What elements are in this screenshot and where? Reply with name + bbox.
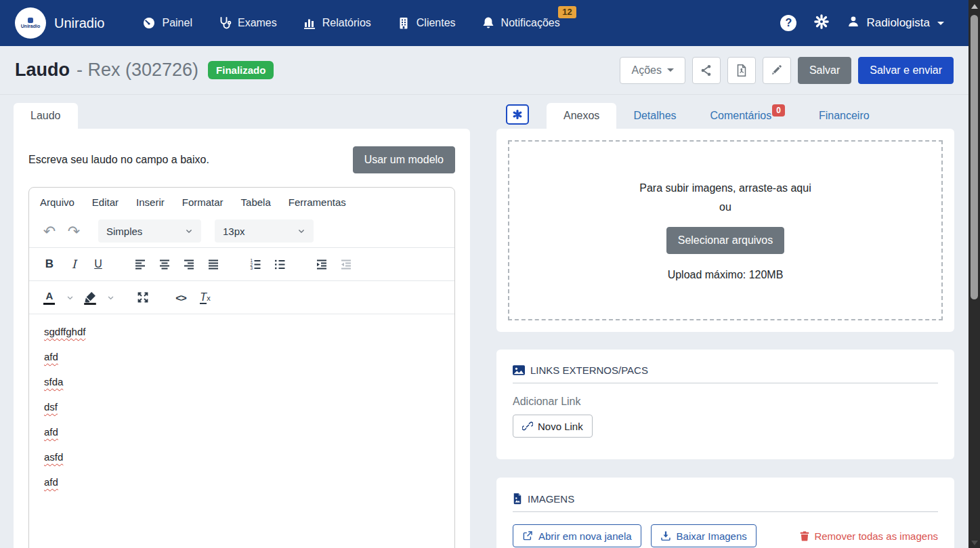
style-select-value: Simples [106,226,142,237]
ordered-list-button[interactable]: 123 [243,252,268,276]
underline-button[interactable]: U [86,252,110,276]
editor-toolbar-row3: A [29,280,454,314]
paragraph-style-select[interactable]: Simples [98,219,201,243]
ordered-list-icon: 123 [249,257,262,271]
share-button[interactable] [692,57,721,84]
chevron-down-icon [937,22,944,25]
tab-comentarios[interactable]: Comentários0 [694,103,802,129]
editor-line: afd [44,351,58,362]
editor-line: sgdffghdf [44,326,85,337]
justify-button[interactable] [201,252,226,276]
help-icon[interactable]: ? [780,15,796,31]
chevron-down-icon [667,68,674,72]
align-left-button[interactable] [128,252,152,276]
new-link-button[interactable]: Novo Link [513,415,593,438]
open-new-window-button[interactable]: Abrir em nova janela [513,524,641,547]
vertical-scrollbar[interactable] [968,0,980,548]
outdent-button[interactable] [334,252,358,276]
nav-item-label: Relatórios [322,17,371,29]
align-center-button[interactable] [152,252,177,276]
editor-menubar: Arquivo Editar Inserir Formatar Tabela F… [29,188,454,215]
pdf-button[interactable] [727,57,756,84]
left-tab-strip: Laudo [14,100,470,129]
scrollbar-up-arrow[interactable] [971,4,978,9]
editor-line: afd [44,476,58,488]
undo-button[interactable]: ↶ [37,219,62,243]
font-size-select[interactable]: 13px [215,219,314,243]
highlight-color-button[interactable] [78,285,102,310]
save-and-send-button[interactable]: Salvar e enviar [858,57,954,84]
brand[interactable]: Uniradio Uniradio [15,7,104,39]
editor-line: asfd [44,451,63,463]
editor-toolbar-row1: ↶ ↷ Simples 13px [29,215,454,247]
links-section-title: LINKS EXTERNOS/PACS [513,364,938,383]
highlight-color-dropdown[interactable] [102,285,119,310]
tab-financeiro[interactable]: Financeiro [802,103,887,129]
editor-content-area[interactable]: sgdffghdf afd sfda dsf afd asfd afd [29,314,454,513]
stethoscope-icon [218,16,232,30]
add-link-label: Adicionar Link [513,396,938,408]
tab-anexos[interactable]: Anexos [547,103,616,129]
menu-arquivo[interactable]: Arquivo [40,196,74,208]
logo-mark [28,18,33,23]
upload-max-hint: Upload máximo: 120MB [668,269,784,281]
bullet-list-button[interactable] [268,252,292,276]
text-color-dropdown[interactable] [62,285,78,310]
link-icon [522,421,533,431]
dropzone-text: Para subir imagens, arraste-as aqui [639,182,811,194]
upload-dropzone[interactable]: Para subir imagens, arraste-as aqui ou S… [508,140,943,320]
tab-comentarios-label: Comentários [710,110,772,121]
redo-icon: ↷ [68,223,80,240]
viewer-button[interactable] [506,104,529,125]
nav-item-label: Painel [162,17,192,29]
tab-laudo[interactable]: Laudo [14,103,78,129]
select-files-button[interactable]: Selecionar arquivos [666,227,785,254]
acoes-dropdown-button[interactable]: Ações [620,57,685,84]
menu-ferramentas[interactable]: Ferramentas [289,196,346,208]
fullscreen-button[interactable] [131,285,155,310]
save-button[interactable]: Salvar [798,57,851,84]
nav-item-clientes[interactable]: Clientes [397,16,456,30]
use-template-button[interactable]: Usar um modelo [353,146,455,173]
download-icon [660,530,671,541]
remove-all-images-button[interactable]: Remover todas as imagens [800,530,938,542]
edit-button[interactable] [763,57,791,84]
building-icon [397,16,410,30]
align-right-button[interactable] [177,252,201,276]
nav-item-painel[interactable]: Painel [142,16,192,30]
indent-button[interactable] [310,252,334,276]
remove-all-images-label: Remover todas as imagens [814,530,938,542]
gear-icon[interactable] [814,14,829,32]
editor-line: afd [44,426,58,438]
redo-button[interactable]: ↷ [62,219,86,243]
external-links-card: LINKS EXTERNOS/PACS Adicionar Link Novo … [496,350,954,459]
user-icon [847,15,860,32]
source-code-button[interactable]: <> [169,285,193,310]
editor-toolbar-row2: B I U 123 [29,247,454,280]
tab-detalhes[interactable]: Detalhes [616,103,693,129]
nav-item-label: Clientes [417,17,456,29]
user-menu[interactable]: Radiologista [847,15,944,32]
nav-item-label: Notificações [501,17,560,29]
clear-formatting-button[interactable]: Tx [193,285,217,310]
nav-item-relatorios[interactable]: Relatórios [303,16,371,30]
top-navbar: Uniradio Uniradio Painel Exames [0,0,968,46]
download-images-button[interactable]: Baixar Imagens [651,524,757,547]
download-images-label: Baixar Imagens [677,530,747,542]
menu-formatar[interactable]: Formatar [182,196,223,208]
nav-items: Painel Exames Relatórios Clientes [142,16,559,30]
menu-editar[interactable]: Editar [92,196,119,208]
bold-button[interactable]: B [37,252,62,276]
nav-item-notificacoes[interactable]: Notificações 12 [482,16,560,30]
app-window: Uniradio Uniradio Painel Exames [0,0,968,548]
fontsize-select-value: 13px [223,226,245,237]
status-badge: Finalizado [208,61,274,79]
menu-inserir[interactable]: Inserir [136,196,165,208]
scrollbar-thumb[interactable] [971,15,978,299]
text-color-button[interactable]: A [37,285,62,310]
nav-item-exames[interactable]: Exames [218,16,277,30]
header-actions: Ações Salvar Salvar e enviar [620,57,954,84]
scrollbar-down-arrow[interactable] [971,541,978,545]
menu-tabela[interactable]: Tabela [241,196,271,208]
italic-button[interactable]: I [62,252,86,276]
